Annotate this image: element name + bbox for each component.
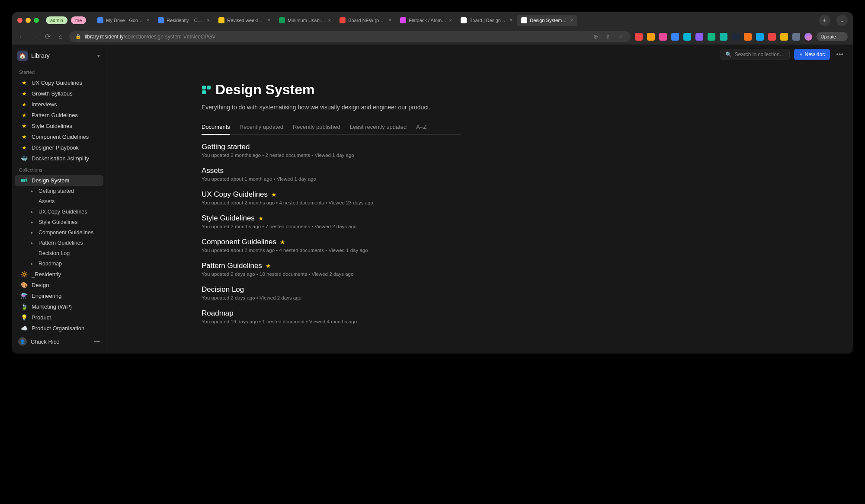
ext-icon[interactable] [732, 33, 740, 41]
user-menu[interactable]: 👤 Chuck Rice ••• [12, 334, 106, 349]
browser-tab[interactable]: Board | Design Syste × [456, 15, 517, 26]
browser-tab[interactable]: Design System - Lib × [517, 15, 577, 26]
disclosure-icon[interactable]: ▸ [31, 230, 35, 235]
ext-icon[interactable] [671, 33, 679, 41]
sidebar-collection-item[interactable]: 🎨Design [15, 280, 103, 290]
ext-icon[interactable] [635, 33, 643, 41]
browser-tab[interactable]: Residently – Calend × [154, 15, 214, 26]
disclosure-icon[interactable]: ▸ [31, 189, 35, 193]
sidebar-item-dockerisation[interactable]: 🐳 Dockerisation #simplify [15, 153, 103, 164]
search-icon: 🔍 [725, 51, 732, 57]
tab-overflow-button[interactable]: ⌄ [836, 15, 848, 26]
sidebar-starred-item[interactable]: ★Growth Syllabus [15, 88, 103, 99]
filter-tab[interactable]: Least recently updated [350, 124, 407, 134]
maximize-window-icon[interactable] [34, 18, 39, 23]
document-item[interactable]: UX Copy Guidelines ★ You updated about 2… [202, 190, 461, 205]
browser-tab[interactable]: Minimum Usable Jo × [275, 15, 335, 26]
share-icon[interactable]: ⇪ [604, 33, 612, 40]
browser-tab[interactable]: Board NEW (post M × [335, 15, 396, 26]
sidebar-starred-item[interactable]: ★Pattern Guidelines [15, 110, 103, 121]
back-button[interactable]: ← [17, 33, 26, 41]
ext-icon[interactable] [708, 33, 715, 41]
sidebar-starred-item[interactable]: ★Style Guidelines [15, 121, 103, 131]
sidebar-starred-item[interactable]: ★Component Guidelines [15, 131, 103, 142]
ext-icon[interactable] [647, 33, 655, 41]
sidebar-collection-item[interactable]: ⚗️Engineering [15, 290, 103, 301]
filter-tab[interactable]: Documents [202, 124, 230, 135]
ext-icon[interactable] [683, 33, 691, 41]
sidebar-child-item[interactable]: ▸Component Guidelines [27, 227, 103, 238]
tab-close-icon[interactable]: × [509, 17, 513, 23]
sidebar-child-item[interactable]: Decision Log [27, 248, 103, 258]
sidebar-child-item[interactable]: Assets [27, 196, 103, 207]
document-item[interactable]: Roadmap You updated 19 days ago • 1 nest… [202, 309, 461, 324]
sidebar-collection-item[interactable]: 💡Product [15, 312, 103, 323]
sidebar-starred-item[interactable]: ★Designer Playbook [15, 142, 103, 153]
sidebar-child-item[interactable]: ▸Roadmap [27, 258, 103, 269]
home-button[interactable]: ⌂ [56, 33, 65, 41]
sidebar-child-item[interactable]: ▸Pattern Guidelines [27, 238, 103, 248]
ext-icon[interactable] [695, 33, 703, 41]
ext-icon[interactable] [792, 33, 800, 41]
document-item[interactable]: Component Guidelines ★ You updated about… [202, 238, 461, 253]
tab-close-icon[interactable]: × [388, 17, 391, 23]
reload-button[interactable]: ⟳ [43, 32, 52, 41]
more-icon[interactable]: ••• [94, 338, 100, 345]
browser-tab[interactable]: Flatpack / Atoms / S × [396, 15, 456, 26]
sidebar-item-design-system[interactable]: Design System [15, 175, 103, 186]
browser-tab[interactable]: My Drive - Google D × [93, 15, 154, 26]
profile-pill-admin[interactable]: admin [46, 16, 67, 24]
sidebar-starred-item[interactable]: ★UX Copy Guidelines [15, 77, 103, 88]
sidebar-child-item[interactable]: ▸Getting started [27, 186, 103, 196]
new-doc-button[interactable]: + New doc [794, 49, 830, 60]
update-button[interactable]: Update⋮ [817, 32, 848, 41]
search-input[interactable]: 🔍 Search in collection… [721, 49, 790, 60]
tab-close-icon[interactable]: × [449, 17, 452, 23]
filter-tabs: DocumentsRecently updatedRecently publis… [202, 124, 461, 135]
sidebar-collection-item[interactable]: ☁️Product Organisation [15, 323, 103, 334]
tab-close-icon[interactable]: × [207, 17, 210, 23]
profile-avatar[interactable] [804, 33, 812, 41]
disclosure-icon[interactable]: ▸ [31, 262, 35, 266]
sidebar-child-item[interactable]: ▸UX Copy Guidelines [27, 207, 103, 217]
sidebar-starred-item[interactable]: ★Interviews [15, 99, 103, 110]
install-icon[interactable]: ⊕ [592, 33, 600, 40]
ext-icon[interactable] [780, 33, 788, 41]
profile-pill-me[interactable]: me [71, 16, 86, 24]
ext-icon[interactable] [659, 33, 667, 41]
disclosure-icon[interactable]: ▸ [31, 210, 35, 214]
sidebar-collection-item[interactable]: 🔆_Residently [15, 269, 103, 280]
disclosure-icon[interactable]: ▸ [31, 241, 35, 245]
close-window-icon[interactable] [17, 18, 22, 23]
bookmark-icon[interactable]: ☆ [616, 33, 625, 40]
filter-tab[interactable]: Recently updated [240, 124, 283, 134]
document-item[interactable]: Assets You updated about 1 month ago • V… [202, 166, 461, 182]
sidebar-collection-item[interactable]: 🍃Marketing (WiP) [15, 301, 103, 312]
new-tab-button[interactable]: + [819, 15, 830, 26]
library-switcher[interactable]: 🏠 Library ▼ [12, 49, 106, 66]
tab-close-icon[interactable]: × [570, 17, 573, 23]
tab-close-icon[interactable]: × [267, 17, 270, 23]
sidebar-child-item[interactable]: ▸Style Guidelines [27, 217, 103, 227]
document-item[interactable]: Decision Log You updated 2 days ago • Vi… [202, 285, 461, 300]
star-icon: ★ [21, 101, 28, 108]
ext-icon[interactable] [768, 33, 776, 41]
forward-button[interactable]: → [30, 33, 39, 41]
ext-icon[interactable] [744, 33, 752, 41]
star-icon: ★ [21, 144, 28, 151]
filter-tab[interactable]: A–Z [416, 124, 426, 134]
document-title: Assets [202, 166, 224, 175]
tab-close-icon[interactable]: × [146, 17, 149, 23]
address-bar[interactable]: 🔒 library.resident.ly/collection/design-… [69, 31, 631, 42]
more-button[interactable]: ••• [834, 51, 845, 58]
minimize-window-icon[interactable] [26, 18, 31, 23]
document-item[interactable]: Pattern Guidelines ★ You updated 2 days … [202, 262, 461, 277]
ext-icon[interactable] [720, 33, 727, 41]
filter-tab[interactable]: Recently published [293, 124, 340, 134]
document-item[interactable]: Style Guidelines ★ You updated 2 months … [202, 214, 461, 229]
ext-icon[interactable] [756, 33, 764, 41]
document-item[interactable]: Getting started You updated 2 months ago… [202, 143, 461, 158]
disclosure-icon[interactable]: ▸ [31, 220, 35, 224]
tab-close-icon[interactable]: × [328, 17, 331, 23]
browser-tab[interactable]: Revised weekly disc × [214, 15, 275, 26]
